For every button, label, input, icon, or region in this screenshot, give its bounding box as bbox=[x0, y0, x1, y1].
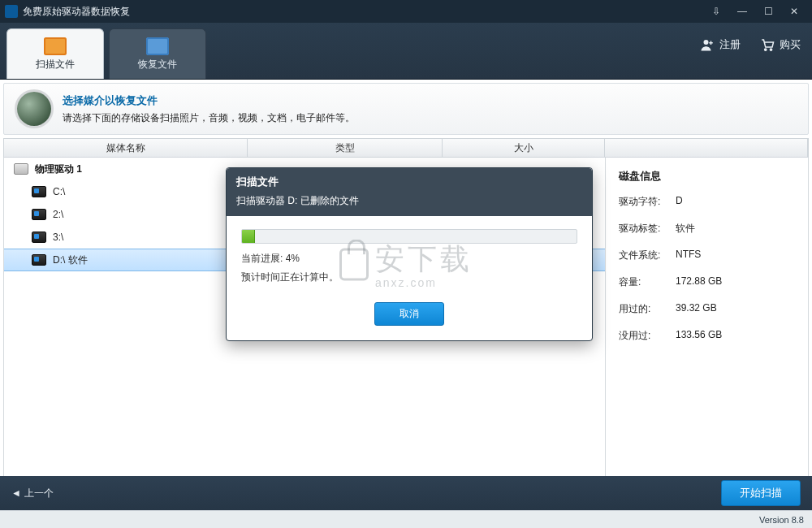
col-spacer bbox=[605, 139, 808, 157]
progress-text: 当前进展: 4% bbox=[241, 252, 577, 266]
eta-text: 预计时间正在计算中。 bbox=[241, 270, 577, 284]
disk-info-panel: 磁盘信息 驱动字符:D 驱动标签:软件 文件系统:NTFS 容量:172.88 … bbox=[605, 158, 808, 482]
volume-label: 3:\ bbox=[53, 232, 63, 243]
svg-point-2 bbox=[770, 48, 771, 50]
svg-point-0 bbox=[704, 40, 709, 45]
volume-label: D:\ 软件 bbox=[53, 253, 88, 267]
cancel-button[interactable]: 取消 bbox=[374, 302, 444, 326]
prev-button[interactable]: ◄ 上一个 bbox=[11, 487, 54, 500]
radar-icon bbox=[17, 92, 51, 126]
col-size[interactable]: 大小 bbox=[443, 139, 605, 157]
start-scan-button[interactable]: 开始扫描 bbox=[721, 480, 801, 506]
volume-icon bbox=[32, 232, 46, 243]
col-media-name[interactable]: 媒体名称 bbox=[4, 139, 248, 157]
disk-cap-val: 172.88 GB bbox=[676, 275, 722, 289]
scan-progress-dialog: 扫描文件 扫描驱动器 D: 已删除的文件 当前进展: 4% 预计时间正在计算中。… bbox=[226, 167, 593, 341]
close-button[interactable]: ✕ bbox=[781, 3, 807, 19]
minimize-button[interactable]: — bbox=[729, 3, 755, 19]
folder-recover-icon bbox=[146, 37, 169, 55]
bottom-bar: ◄ 上一个 开始扫描 bbox=[0, 476, 812, 510]
dialog-title: 扫描文件 bbox=[236, 175, 582, 189]
volume-icon bbox=[32, 186, 46, 197]
version-strip: Version 8.8 bbox=[0, 510, 812, 528]
header-bar: 扫描文件 恢复文件 注册 购买 bbox=[0, 23, 812, 80]
maximize-button[interactable]: ☐ bbox=[755, 3, 781, 19]
volume-label: C:\ bbox=[53, 186, 65, 197]
hdd-icon bbox=[14, 163, 28, 175]
tab-label: 恢复文件 bbox=[138, 58, 177, 71]
chevron-left-icon: ◄ bbox=[11, 487, 21, 499]
disk-cap-key: 容量: bbox=[619, 275, 676, 289]
column-header-row: 媒体名称 类型 大小 bbox=[3, 138, 809, 158]
buy-label: 购买 bbox=[780, 37, 801, 52]
tab-label: 扫描文件 bbox=[36, 58, 75, 71]
disk-used-key: 用过的: bbox=[619, 302, 676, 316]
disk-free-key: 没用过: bbox=[619, 329, 676, 343]
col-type[interactable]: 类型 bbox=[248, 139, 443, 157]
volume-icon bbox=[32, 209, 46, 220]
tab-recover[interactable]: 恢复文件 bbox=[109, 28, 206, 79]
info-banner: 选择媒介以恢复文件 请选择下面的存储设备扫描照片，音频，视频，文档，电子邮件等。 bbox=[3, 83, 809, 135]
disk-used-val: 39.32 GB bbox=[676, 302, 717, 316]
info-title: 选择媒介以恢复文件 bbox=[63, 93, 355, 108]
folder-scan-icon bbox=[44, 37, 67, 55]
disk-free-val: 133.56 GB bbox=[676, 329, 722, 343]
progress-bar bbox=[241, 229, 577, 244]
disk-fs-val: NTFS bbox=[676, 249, 701, 262]
title-bar: 免费原始驱动器数据恢复 ⇩ — ☐ ✕ bbox=[0, 0, 812, 23]
disk-letter-key: 驱动字符: bbox=[619, 195, 676, 209]
dialog-header: 扫描文件 扫描驱动器 D: 已删除的文件 bbox=[227, 168, 592, 216]
physical-drive-label: 物理驱动 1 bbox=[35, 162, 82, 176]
version-label: Version 8.8 bbox=[759, 515, 804, 525]
prev-label: 上一个 bbox=[24, 487, 54, 500]
user-icon bbox=[700, 37, 715, 52]
download-icon[interactable]: ⇩ bbox=[703, 3, 729, 19]
register-button[interactable]: 注册 bbox=[700, 37, 741, 52]
buy-button[interactable]: 购买 bbox=[760, 37, 801, 52]
app-icon bbox=[5, 5, 18, 18]
tab-scan[interactable]: 扫描文件 bbox=[6, 28, 104, 79]
register-label: 注册 bbox=[719, 37, 741, 52]
cart-icon bbox=[760, 37, 775, 52]
tab-strip: 扫描文件 恢复文件 bbox=[6, 28, 206, 79]
disk-info-heading: 磁盘信息 bbox=[619, 169, 795, 184]
svg-point-1 bbox=[765, 48, 767, 50]
volume-icon bbox=[32, 254, 46, 266]
app-title: 免费原始驱动器数据恢复 bbox=[23, 5, 130, 19]
disk-letter-val: D bbox=[676, 195, 683, 209]
dialog-subtitle: 扫描驱动器 D: 已删除的文件 bbox=[236, 194, 582, 208]
disk-label-val: 软件 bbox=[676, 222, 695, 236]
volume-label: 2:\ bbox=[53, 209, 63, 220]
disk-fs-key: 文件系统: bbox=[619, 249, 676, 262]
progress-fill bbox=[242, 230, 255, 243]
info-subtitle: 请选择下面的存储设备扫描照片，音频，视频，文档，电子邮件等。 bbox=[63, 111, 355, 125]
disk-label-key: 驱动标签: bbox=[619, 222, 676, 236]
